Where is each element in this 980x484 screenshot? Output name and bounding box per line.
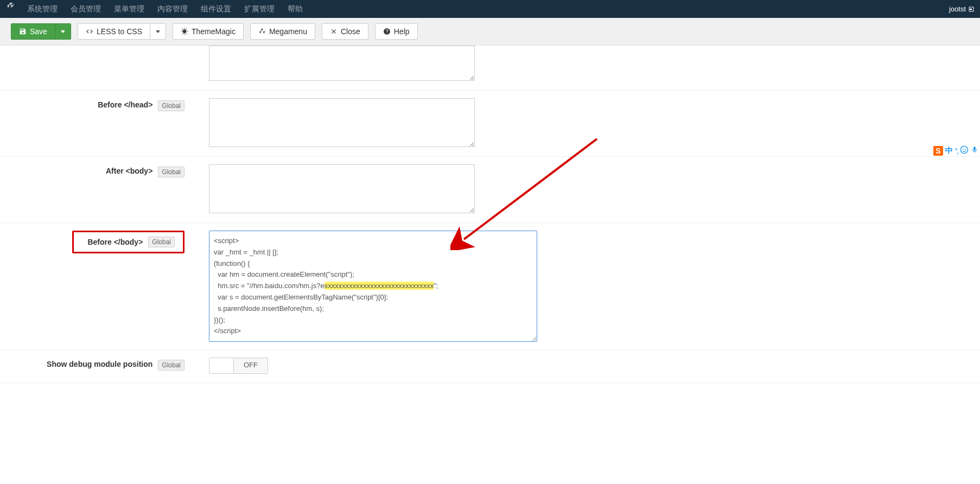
label-debug: Show debug module position: [47, 360, 152, 368]
close-button[interactable]: Close: [322, 23, 368, 40]
label-before-body: Before </body>: [87, 238, 143, 246]
row-before-head-prev: [0, 46, 980, 91]
save-group: Save: [11, 23, 71, 40]
svg-point-1: [960, 146, 968, 153]
close-icon: [330, 28, 338, 35]
menu-users[interactable]: 会员管理: [64, 4, 107, 14]
menu-content[interactable]: 内容管理: [151, 4, 194, 14]
ime-panel: S 中 °,: [933, 145, 978, 156]
textarea-prev[interactable]: [209, 46, 475, 81]
help-button[interactable]: Help: [375, 23, 418, 40]
toggle-off[interactable]: OFF: [233, 358, 268, 373]
logout-icon: [968, 6, 975, 12]
badge-global: Global: [158, 360, 184, 371]
save-icon: [19, 28, 27, 35]
row-before-head: Before </head> Global: [0, 91, 980, 157]
highlight-before-body: Before </body> Global: [72, 231, 184, 253]
less-dropdown[interactable]: [150, 23, 166, 40]
thememagic-label: ThemeMagic: [192, 27, 236, 36]
code-icon: [86, 28, 93, 35]
badge-global: Global: [158, 167, 184, 177]
ime-punct: °,: [955, 147, 958, 155]
top-user[interactable]: jootst: [949, 5, 975, 13]
help-icon: [383, 28, 391, 35]
sitemap-icon: [258, 28, 266, 35]
top-user-label: jootst: [949, 5, 966, 13]
joomla-logo-icon[interactable]: [5, 3, 15, 15]
topbar-left: 系统管理 会员管理 菜单管理 内容管理 组件设置 扩展管理 帮助: [5, 3, 309, 15]
row-before-body: Before </body> Global <script>var _hmt =…: [0, 223, 980, 350]
ime-s-icon: S: [933, 146, 943, 156]
caret-down-icon: [61, 30, 65, 33]
svg-point-3: [965, 149, 966, 150]
label-before-head: Before </head>: [98, 100, 152, 109]
save-label: Save: [30, 27, 47, 36]
close-label: Close: [341, 27, 360, 36]
megamenu-label: Megamenu: [269, 27, 307, 36]
less-to-css-button[interactable]: LESS to CSS: [78, 23, 150, 40]
caret-down-icon: [156, 30, 160, 33]
textarea-before-head[interactable]: [209, 98, 475, 147]
wand-icon: [181, 28, 188, 35]
label-after-body: After <body>: [106, 167, 152, 175]
menu-ext[interactable]: 扩展管理: [238, 4, 281, 14]
menu-sys[interactable]: 系统管理: [21, 4, 64, 14]
menu-help[interactable]: 帮助: [281, 4, 309, 14]
svg-point-2: [963, 149, 964, 150]
less-group: LESS to CSS: [78, 23, 166, 40]
menu-components[interactable]: 组件设置: [194, 4, 238, 14]
textarea-after-body[interactable]: [209, 164, 475, 213]
row-after-body: After <body> Global: [0, 157, 980, 223]
smile-icon: [960, 145, 969, 156]
toggle-on[interactable]: [209, 358, 233, 373]
top-menu: 系统管理 会员管理 菜单管理 内容管理 组件设置 扩展管理 帮助: [21, 4, 309, 14]
ime-lang: 中: [945, 146, 953, 156]
less-label: LESS to CSS: [97, 27, 142, 36]
mic-icon: [971, 146, 978, 155]
textarea-before-body[interactable]: <script>var _hmt = _hmt || [];(function(…: [209, 231, 537, 342]
badge-global: Global: [158, 100, 184, 111]
badge-global: Global: [148, 237, 175, 247]
save-dropdown[interactable]: [55, 23, 71, 40]
menu-menus[interactable]: 菜单管理: [107, 4, 151, 14]
megamenu-button[interactable]: Megamenu: [250, 23, 315, 40]
row-debug: Show debug module position Global OFF: [0, 350, 980, 383]
topbar: 系统管理 会员管理 菜单管理 内容管理 组件设置 扩展管理 帮助 jootst: [0, 0, 980, 18]
form-area: Before </head> Global After <body> Globa…: [0, 46, 980, 383]
toolbar: Save LESS to CSS ThemeMagic Megamenu Clo…: [0, 18, 980, 46]
toggle-debug[interactable]: OFF: [209, 358, 268, 374]
label-prev: [0, 46, 195, 82]
help-label: Help: [394, 27, 410, 36]
thememagic-button[interactable]: ThemeMagic: [173, 23, 244, 40]
save-button[interactable]: Save: [11, 23, 55, 40]
